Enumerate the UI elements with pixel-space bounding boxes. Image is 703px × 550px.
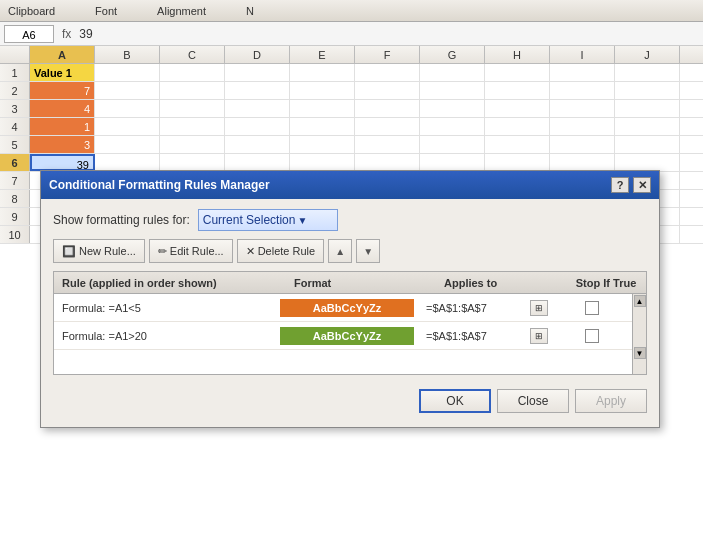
collapse-range-icon[interactable]: ⊞ [530, 328, 548, 344]
list-item[interactable] [550, 154, 615, 171]
row-header-2[interactable]: 2 [0, 82, 30, 99]
list-item[interactable] [485, 136, 550, 153]
show-rules-dropdown[interactable]: Current Selection ▼ [198, 209, 338, 231]
list-item[interactable] [485, 82, 550, 99]
ribbon-tab-n[interactable]: N [246, 5, 254, 17]
col-header-e[interactable]: E [290, 46, 355, 63]
ribbon-tab-font[interactable]: Font [95, 5, 117, 17]
list-item[interactable] [290, 82, 355, 99]
list-item[interactable] [225, 82, 290, 99]
edit-rule-button[interactable]: ✏ Edit Rule... [149, 239, 233, 263]
list-item[interactable] [290, 100, 355, 117]
row-header-5[interactable]: 5 [0, 136, 30, 153]
list-item[interactable] [355, 136, 420, 153]
col-header-d[interactable]: D [225, 46, 290, 63]
list-item[interactable] [420, 100, 485, 117]
col-header-b[interactable]: B [95, 46, 160, 63]
list-item[interactable] [420, 154, 485, 171]
list-item[interactable] [485, 118, 550, 135]
new-rule-button[interactable]: 🔲 New Rule... [53, 239, 145, 263]
list-item[interactable] [225, 136, 290, 153]
move-down-button[interactable]: ▼ [356, 239, 380, 263]
col-header-a[interactable]: A [30, 46, 95, 63]
rules-row[interactable]: Formula: =A1<5AaBbCcYyZz=$A$1:$A$7⊞ [54, 294, 632, 322]
list-item[interactable] [225, 154, 290, 171]
stop-if-true-checkbox[interactable] [585, 329, 599, 343]
list-item[interactable] [160, 100, 225, 117]
list-item[interactable] [95, 118, 160, 135]
row-header-3[interactable]: 3 [0, 100, 30, 117]
col-header-j[interactable]: J [615, 46, 680, 63]
list-item[interactable] [355, 100, 420, 117]
row-header-8[interactable]: 8 [0, 190, 30, 207]
scrollbar-up-arrow[interactable]: ▲ [634, 295, 646, 307]
list-item[interactable] [160, 64, 225, 81]
list-item[interactable] [420, 118, 485, 135]
col-header-g[interactable]: G [420, 46, 485, 63]
list-item[interactable] [355, 64, 420, 81]
ribbon-tab-clipboard[interactable]: Clipboard [8, 5, 55, 17]
list-item[interactable]: 3 [30, 136, 95, 153]
list-item[interactable] [355, 118, 420, 135]
list-item[interactable] [290, 154, 355, 171]
list-item[interactable] [615, 82, 680, 99]
list-item[interactable] [290, 136, 355, 153]
row-header-10[interactable]: 10 [0, 226, 30, 243]
list-item[interactable] [225, 64, 290, 81]
list-item[interactable]: 39 [30, 154, 95, 171]
col-header-i[interactable]: I [550, 46, 615, 63]
list-item[interactable] [355, 154, 420, 171]
col-header-h[interactable]: H [485, 46, 550, 63]
list-item[interactable] [290, 118, 355, 135]
list-item[interactable] [550, 118, 615, 135]
row-header-7[interactable]: 7 [0, 172, 30, 189]
row-header-6[interactable]: 6 [0, 154, 30, 171]
close-button[interactable]: Close [497, 389, 569, 413]
list-item[interactable] [550, 82, 615, 99]
scrollbar[interactable]: ▲ ▼ [632, 294, 646, 374]
list-item[interactable]: 7 [30, 82, 95, 99]
delete-rule-button[interactable]: ✕ Delete Rule [237, 239, 324, 263]
list-item[interactable] [225, 118, 290, 135]
list-item[interactable] [160, 82, 225, 99]
dialog-close-x-button[interactable]: ✕ [633, 177, 651, 193]
row-header-1[interactable]: 1 [0, 64, 30, 81]
list-item[interactable]: 1 [30, 118, 95, 135]
list-item[interactable] [95, 100, 160, 117]
list-item[interactable] [485, 64, 550, 81]
list-item[interactable] [550, 136, 615, 153]
list-item[interactable] [160, 154, 225, 171]
rules-row[interactable]: Formula: =A1>20AaBbCcYyZz=$A$1:$A$7⊞ [54, 322, 632, 350]
list-item[interactable] [355, 82, 420, 99]
apply-button[interactable]: Apply [575, 389, 647, 413]
list-item[interactable] [615, 154, 680, 171]
list-item[interactable] [160, 118, 225, 135]
list-item[interactable]: Value 1 [30, 64, 95, 81]
list-item[interactable] [420, 64, 485, 81]
ribbon-tab-alignment[interactable]: Alignment [157, 5, 206, 17]
list-item[interactable] [225, 100, 290, 117]
list-item[interactable] [420, 82, 485, 99]
col-header-f[interactable]: F [355, 46, 420, 63]
list-item[interactable]: 4 [30, 100, 95, 117]
row-header-9[interactable]: 9 [0, 208, 30, 225]
col-header-c[interactable]: C [160, 46, 225, 63]
list-item[interactable] [615, 136, 680, 153]
list-item[interactable] [485, 154, 550, 171]
cell-ref-box[interactable]: A6 [4, 25, 54, 43]
ok-button[interactable]: OK [419, 389, 491, 413]
list-item[interactable] [615, 118, 680, 135]
collapse-range-icon[interactable]: ⊞ [530, 300, 548, 316]
list-item[interactable] [95, 154, 160, 171]
list-item[interactable] [290, 64, 355, 81]
list-item[interactable] [550, 64, 615, 81]
list-item[interactable] [95, 82, 160, 99]
list-item[interactable] [420, 136, 485, 153]
stop-if-true-checkbox[interactable] [585, 301, 599, 315]
scrollbar-down-arrow[interactable]: ▼ [634, 347, 646, 359]
list-item[interactable] [615, 100, 680, 117]
list-item[interactable] [485, 100, 550, 117]
list-item[interactable] [95, 64, 160, 81]
list-item[interactable] [95, 136, 160, 153]
row-header-4[interactable]: 4 [0, 118, 30, 135]
